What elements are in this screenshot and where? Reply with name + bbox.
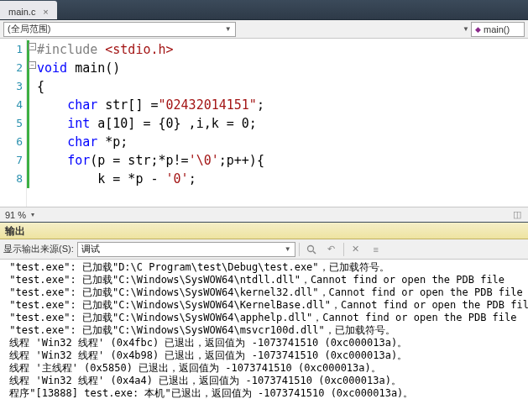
fold-column: − − xyxy=(27,39,37,207)
output-line: "test.exe": 已加载"C:\Windows\SysWOW64\msvc… xyxy=(3,324,525,337)
line-number: 6 xyxy=(0,133,23,151)
svg-point-0 xyxy=(307,245,313,251)
output-line: 程序"[13888] test.exe: 本机"已退出，返回值为 -107374… xyxy=(3,387,525,400)
chevron-down-icon[interactable]: ▼ xyxy=(463,25,469,33)
output-line: 线程 'Win32 线程' (0x4fbc) 已退出，返回值为 -1073741… xyxy=(3,337,525,349)
code-line[interactable]: char str[] ="02432014151"; xyxy=(37,96,528,114)
function-dropdown[interactable]: ◆ main() xyxy=(471,22,525,37)
tab-label: main.c xyxy=(8,7,35,17)
function-icon: ◆ xyxy=(475,25,481,34)
line-number: 1 xyxy=(0,40,23,59)
line-number: 7 xyxy=(0,151,23,170)
function-label: main() xyxy=(484,24,510,34)
code-line[interactable]: #include <stdio.h> xyxy=(37,40,528,59)
output-line: 线程 'Win32 线程' (0x4b98) 已退出，返回值为 -1073741… xyxy=(3,349,525,362)
source-value: 调试 xyxy=(81,243,100,255)
output-panel: 输出 显示输出来源(S): 调试 ▼ ↶ ✕ ≡ "test.exe": 已加载… xyxy=(0,222,528,420)
code-line[interactable]: { xyxy=(37,77,528,96)
output-line: "test.exe": 已加载"C:\Windows\SysWOW64\Kern… xyxy=(3,299,525,312)
file-tab[interactable]: main.c × xyxy=(0,1,57,19)
output-line: "test.exe": 已加载"D:\C Program\test\Debug\… xyxy=(3,261,525,274)
line-number: 8 xyxy=(0,170,23,188)
previous-button[interactable]: ↶ xyxy=(323,241,340,258)
code-line[interactable]: for(p = str;*p!='\0';p++){ xyxy=(37,151,528,170)
output-line: 线程 '主线程' (0x5850) 已退出，返回值为 -1073741510 (… xyxy=(3,362,525,375)
clear-button[interactable]: ✕ xyxy=(348,241,364,258)
output-title: 输出 xyxy=(0,223,528,239)
chevron-down-icon: ▼ xyxy=(225,25,232,33)
line-number: 3 xyxy=(0,77,23,96)
wrap-button[interactable]: ≡ xyxy=(368,241,384,258)
code-line[interactable]: void main() xyxy=(37,59,528,77)
output-line: "test.exe": 已加载"C:\Windows\SysWOW64\kern… xyxy=(3,286,525,299)
scope-label: (全局范围) xyxy=(8,23,50,35)
output-body[interactable]: "test.exe": 已加载"D:\C Program\test\Debug\… xyxy=(0,260,528,420)
output-line: "test.exe": 已加载"C:\Windows\SysWOW64\apph… xyxy=(3,312,525,324)
svg-line-1 xyxy=(313,251,316,254)
zoom-level[interactable]: 91 % xyxy=(5,210,26,220)
fold-toggle[interactable]: − xyxy=(29,61,36,69)
code-editor[interactable]: 12345678 − − #include <stdio.h>void main… xyxy=(0,39,528,207)
code-line[interactable]: char *p; xyxy=(37,133,528,151)
chevron-down-icon: ▼ xyxy=(285,245,291,253)
code-body[interactable]: #include <stdio.h>void main(){ char str[… xyxy=(37,39,528,207)
close-icon[interactable]: × xyxy=(40,7,50,17)
chevron-down-icon[interactable]: ▾ xyxy=(31,211,34,218)
fold-toggle[interactable]: − xyxy=(29,43,36,50)
line-number: 4 xyxy=(0,96,23,114)
scope-dropdown[interactable]: (全局范围) ▼ xyxy=(3,22,236,37)
tab-bar: main.c × xyxy=(0,0,528,20)
scope-bar: (全局范围) ▼ ▼ ◆ main() xyxy=(0,20,528,39)
source-label: 显示输出来源(S): xyxy=(3,243,74,255)
line-gutter: 12345678 xyxy=(0,39,27,207)
code-line[interactable]: int a[10] = {0} ,i,k = 0; xyxy=(37,114,528,133)
editor-footer: 91 % ▾ ◫ xyxy=(0,207,528,222)
source-dropdown[interactable]: 调试 ▼ xyxy=(77,242,295,257)
line-number: 5 xyxy=(0,114,23,133)
find-button[interactable] xyxy=(303,241,320,258)
output-line: 线程 'Win32 线程' (0x4a4) 已退出，返回值为 -10737415… xyxy=(3,375,525,387)
output-line: "test.exe": 已加载"C:\Windows\SysWOW64\ntdl… xyxy=(3,274,525,286)
line-number: 2 xyxy=(0,59,23,77)
split-icon[interactable]: ◫ xyxy=(511,209,523,221)
output-toolbar: 显示输出来源(S): 调试 ▼ ↶ ✕ ≡ xyxy=(0,239,528,260)
code-line[interactable]: k = *p - '0'; xyxy=(37,170,528,188)
